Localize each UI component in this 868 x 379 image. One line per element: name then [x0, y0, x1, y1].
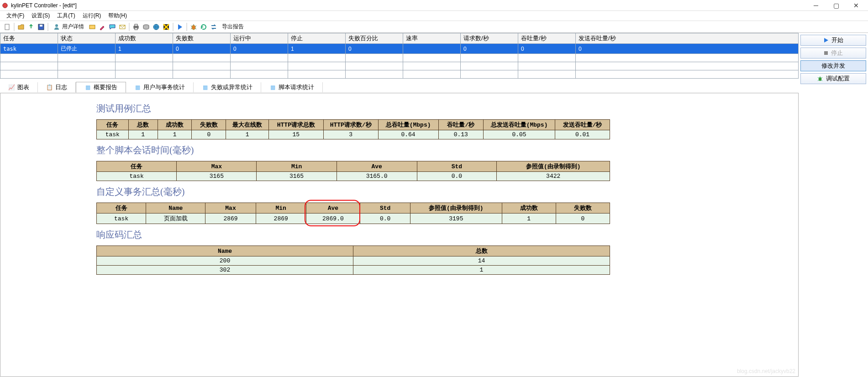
chart-icon: 📈 — [8, 84, 15, 91]
globe-icon[interactable] — [152, 22, 161, 32]
close-button[interactable]: ✕ — [846, 0, 866, 11]
tab-script[interactable]: ▦ 脚本请求统计 — [261, 82, 323, 92]
transfer-icon[interactable] — [209, 22, 218, 32]
td: 15 — [268, 130, 323, 139]
play-icon[interactable] — [175, 22, 184, 32]
menu-help[interactable]: 帮助(H) — [105, 11, 131, 21]
td: 14 — [353, 256, 610, 266]
td: 1 — [158, 130, 192, 139]
stop-label: 停止 — [831, 49, 843, 57]
th: Std — [417, 161, 497, 172]
menu-settings[interactable]: 设置(S) — [28, 11, 53, 21]
col-failpct[interactable]: 失败百分比 — [346, 33, 403, 44]
td: 0.0 — [417, 172, 497, 181]
td: 0 — [556, 214, 610, 224]
tab-summary[interactable]: ▦ 概要报告 — [76, 82, 126, 93]
td: 1 — [226, 130, 269, 139]
td: 0.64 — [378, 130, 438, 139]
svg-rect-5 — [89, 25, 95, 29]
th: 总数 — [128, 120, 158, 130]
refresh-icon[interactable] — [199, 22, 208, 32]
cell: task — [0, 44, 58, 54]
mail-icon[interactable] — [118, 22, 127, 32]
svg-rect-1 — [5, 24, 9, 30]
separator — [47, 23, 48, 31]
summary-table-2: 任务 Max Min Ave Std 参照值(由录制得到) task 3165 … — [96, 161, 610, 181]
th: 任务 — [97, 203, 146, 214]
menu-file[interactable]: 文件(F) — [3, 11, 28, 21]
save-icon[interactable] — [37, 22, 46, 32]
bug-icon[interactable] — [189, 22, 198, 32]
disk-icon[interactable] — [142, 22, 151, 32]
printer-icon[interactable] — [132, 22, 141, 32]
svg-point-4 — [55, 24, 58, 27]
th: Name — [97, 246, 353, 256]
th: HTTP请求总数 — [268, 120, 323, 130]
th: 吞吐量/秒 — [438, 120, 483, 130]
start-button[interactable]: 开始 — [800, 35, 866, 46]
app-icon — [2, 2, 8, 9]
th: 失败数 — [192, 120, 226, 130]
export-report-button[interactable]: 导出报告 — [219, 22, 247, 32]
td: 3195 — [410, 214, 502, 224]
td: 0.13 — [438, 130, 483, 139]
summary-table-4: Name 总数 200 14 302 1 — [96, 246, 610, 275]
tab-log[interactable]: 📋 日志 — [38, 82, 76, 92]
summary-table-1: 任务 总数 成功数 失败数 最大在线数 HTTP请求总数 HTTP请求数/秒 总… — [96, 119, 610, 139]
report-tabs: 📈 图表 📋 日志 ▦ 概要报告 ▦ 用户与事务统计 ▦ 失败或异常统计 ▦ 脚 — [0, 81, 799, 93]
log-icon: 📋 — [46, 84, 53, 91]
td: 3165 — [177, 172, 257, 181]
col-reqs[interactable]: 请求数/秒 — [461, 33, 518, 44]
td: 2869 — [205, 214, 256, 224]
td: 0.0 — [360, 214, 410, 224]
col-sendthrpt[interactable]: 发送吞吐量/秒 — [576, 33, 799, 44]
td: 200 — [97, 256, 353, 266]
menu-run[interactable]: 运行(R) — [79, 11, 105, 21]
td: task — [97, 172, 177, 181]
th: 任务 — [97, 120, 129, 130]
new-icon[interactable] — [3, 22, 12, 32]
debug-label: 调试配置 — [826, 75, 850, 83]
brush-icon[interactable] — [98, 22, 107, 32]
col-thrpt[interactable]: 吞吐量/秒 — [518, 33, 576, 44]
col-rate[interactable]: 速率 — [403, 33, 461, 44]
tab-chart[interactable]: 📈 图表 — [0, 82, 38, 92]
col-fail[interactable]: 失败数 — [173, 33, 231, 44]
cell: 0 — [518, 44, 576, 54]
col-running[interactable]: 运行中 — [231, 33, 288, 44]
cell: 1 — [288, 44, 346, 54]
tab-label: 失败或异常统计 — [211, 83, 253, 91]
cell: 0 — [576, 44, 799, 54]
script-icon: ▦ — [269, 84, 276, 91]
tasks-grid[interactable]: 任务 状态 成功数 失败数 运行中 停止 失败百分比 速率 请求数/秒 吞吐量/… — [0, 33, 799, 79]
col-success[interactable]: 成功数 — [116, 33, 173, 44]
user-details-button[interactable]: 用户详情 — [50, 22, 87, 32]
debug-config-button[interactable]: 调试配置 — [800, 73, 866, 84]
stop-button[interactable]: 停止 — [800, 48, 866, 59]
th: 总数 — [353, 246, 610, 256]
svg-point-13 — [192, 25, 195, 30]
history-icon[interactable] — [26, 22, 36, 32]
td: 0.01 — [555, 130, 610, 139]
col-state[interactable]: 状态 — [58, 33, 116, 44]
open-icon[interactable] — [16, 22, 26, 32]
th: 发送吞吐量/秒 — [555, 120, 610, 130]
modify-concurrency-button[interactable]: 修改并发 — [800, 60, 866, 71]
cell: 0 — [231, 44, 288, 54]
td: 2869.0 — [306, 214, 360, 224]
col-stopped[interactable]: 停止 — [288, 33, 346, 44]
td: task — [97, 130, 129, 139]
titlebar: kylinPET Controller - [edit*] ─ ▢ ✕ — [0, 0, 868, 11]
tab-users[interactable]: ▦ 用户与事务统计 — [126, 82, 194, 92]
maximize-button[interactable]: ▢ — [826, 0, 846, 11]
td: 3165.0 — [337, 172, 417, 181]
chat-icon[interactable] — [108, 22, 117, 32]
menu-tools[interactable]: 工具(T) — [53, 11, 79, 21]
col-task[interactable]: 任务 — [0, 33, 58, 44]
task-row[interactable]: task 已停止 1 0 0 1 0 0 0 0 — [0, 44, 799, 54]
card-icon[interactable] — [88, 22, 97, 32]
tab-label: 概要报告 — [94, 83, 117, 91]
tab-failures[interactable]: ▦ 失败或异常统计 — [194, 82, 261, 92]
minimize-button[interactable]: ─ — [806, 0, 826, 11]
caution-icon[interactable] — [162, 22, 171, 32]
